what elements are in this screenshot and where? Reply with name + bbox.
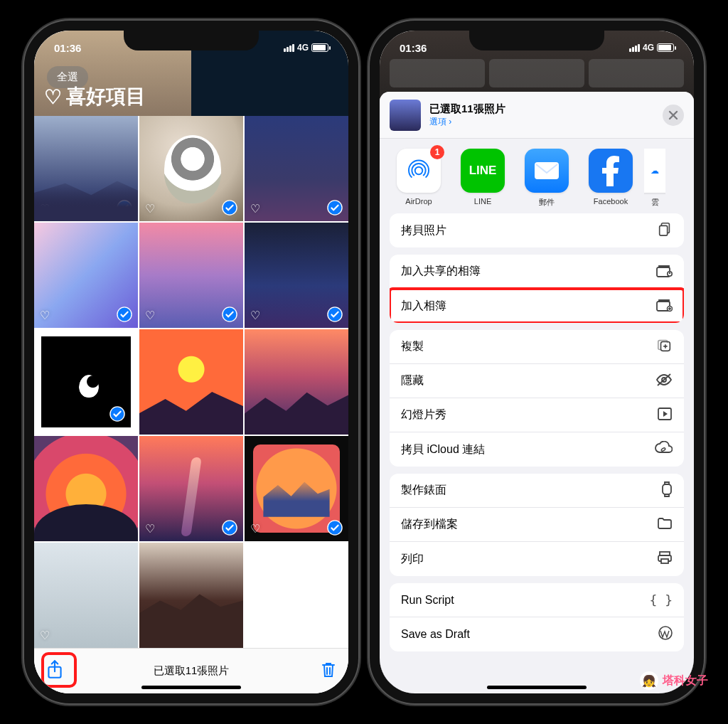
heart-icon: ♡ [145,309,155,322]
home-indicator[interactable] [487,686,587,689]
photo-thumb[interactable]: ♡ [245,223,348,328]
photo-grid[interactable]: ♡ ♡ ♡ ♡ ♡ ♡ ♡ ♡ ♡ ♡ ♡ ♡ ♡ ♡ [34,116,348,648]
heart-icon: ♡ [145,202,155,215]
facebook-app[interactable]: Facebook [580,149,641,208]
photos-app: 全選 取消 ♡ 喜好項目 ♡ ♡ ♡ ♡ ♡ ♡ ♡ ♡ ♡ ♡ ♡ ♡ ♡ ♡ [34,31,348,693]
cloud-link-icon [654,441,673,458]
photo-thumb[interactable]: ♡ [139,436,243,541]
share-actions-scroll[interactable]: 拷貝照片 加入共享的相簿 加入相簿 複製 [380,213,694,659]
mail-app[interactable]: 郵件 [516,149,577,208]
share-sheet-header: 已選取11張照片 選項 › [380,92,694,139]
watermark-text: 塔科女子 [663,674,708,688]
cloud-app[interactable]: ☁︎ 雲 [644,149,665,208]
selected-check-icon [327,200,343,215]
photo-thumb[interactable]: ♡ [245,116,348,221]
selected-check-icon [327,307,343,322]
slideshow-action[interactable]: 幻燈片秀 [390,398,684,432]
line-icon: LINE [461,149,505,193]
selected-check-icon [222,413,237,429]
selected-check-icon [117,200,132,215]
network-label: 4G [297,43,309,53]
add-shared-album-action[interactable]: 加入共享的相簿 [390,255,684,289]
svg-rect-28 [535,162,559,179]
selected-check-icon [222,200,237,215]
facebook-icon [600,155,621,186]
photo-thumb[interactable]: ♡ [139,543,243,648]
svg-point-27 [415,167,423,175]
action-group: 拷貝照片 [390,213,684,247]
heart-icon: ♡ [250,415,260,429]
run-script-action[interactable]: Run Script { } [390,583,684,617]
action-label: 儲存到檔案 [401,517,458,532]
wordpress-icon [658,626,673,643]
share-sheet: 已選取11張照片 選項 › 1 AirDrop LINE LINE 郵件 [380,92,694,693]
action-label: 拷貝 iCloud 連結 [401,442,485,457]
options-link[interactable]: 選項 › [429,116,654,128]
watch-face-action[interactable]: 製作錶面 [390,474,684,508]
svg-point-14 [223,414,237,428]
notch [124,31,259,50]
svg-point-17 [328,414,342,428]
app-label: 雲 [651,197,659,208]
photo-thumb[interactable]: ♡ [34,436,138,541]
airdrop-icon [404,156,434,186]
copy-icloud-link-action[interactable]: 拷貝 iCloud 連結 [390,432,684,467]
photo-thumb[interactable]: ♡ [245,329,348,435]
copy-icon [657,221,673,240]
svg-point-15 [223,414,237,428]
phone-right-share-sheet: 01:36 4G 已選取11張照片 選項 › 1 AirDrop [370,21,704,703]
selected-check-icon [222,627,237,642]
save-files-action[interactable]: 儲存到檔案 [390,508,684,542]
play-rect-icon [657,407,673,424]
svg-point-1 [117,201,132,215]
phone-left-photos-select: 01:36 4G 全選 取消 ♡ 喜好項目 ♡ ♡ ♡ ♡ ♡ ♡ ♡ ♡ ♡ … [24,21,358,703]
copy-photo-action[interactable]: 拷貝照片 [390,213,684,247]
svg-point-18 [117,521,132,535]
watch-icon [661,481,673,501]
action-label: 製作錶面 [401,483,446,498]
photo-thumb[interactable]: ♡ [139,223,243,328]
heart-icon: ♡ [250,202,260,215]
cancel-button[interactable]: 取消 [294,66,336,88]
share-button[interactable] [46,659,64,683]
photo-thumb[interactable]: ♡ [34,329,138,435]
heart-icon: ♡ [47,408,57,422]
selection-count-label: 已選取11張照片 [34,664,348,678]
hide-action[interactable]: 隱藏 [390,364,684,398]
battery-icon [311,43,328,52]
heart-icon: ♡ [40,629,50,642]
action-label: 幻燈片秀 [401,408,446,422]
selected-check-icon [109,406,125,422]
heart-icon: ♡ [145,629,155,642]
print-action[interactable]: 列印 [390,542,684,576]
svg-rect-43 [661,559,668,563]
photo-thumb[interactable]: ♡ [34,223,138,328]
sheet-preview-thumb [390,100,421,131]
photo-thumb[interactable]: ♡ [245,436,348,541]
photo-thumb[interactable]: ♡ [34,116,138,221]
add-album-action[interactable]: 加入相簿 [390,289,684,323]
svg-point-0 [117,201,132,215]
svg-point-39 [661,447,666,452]
notch [469,31,604,50]
duplicate-action[interactable]: 複製 [390,330,684,364]
airdrop-app[interactable]: 1 AirDrop [388,149,449,208]
cloud-icon: ☁︎ [644,149,665,193]
home-indicator[interactable] [141,686,241,689]
watermark: 👧 塔科女子 [640,671,708,690]
save-draft-action[interactable]: Save as Draft [390,617,684,651]
heart-icon: ♡ [40,309,50,322]
share-apps-row[interactable]: 1 AirDrop LINE LINE 郵件 Facebook ☁︎ 雲 [380,139,694,213]
photo-thumb[interactable]: ♡ [34,543,138,648]
line-app[interactable]: LINE LINE [452,149,513,208]
photo-thumb[interactable] [245,543,348,648]
photo-thumb[interactable]: ♡ [139,116,243,221]
heart-icon: ♡ [40,522,50,536]
selected-check-icon [222,520,237,536]
heart-icon: ♡ [250,309,260,322]
action-group: 製作錶面 儲存到檔案 列印 [390,474,684,576]
heart-icon: ♡ [145,415,155,429]
photo-thumb[interactable]: ♡ [139,329,243,435]
close-button[interactable] [663,105,684,126]
favorites-title-text: 喜好項目 [66,83,146,110]
